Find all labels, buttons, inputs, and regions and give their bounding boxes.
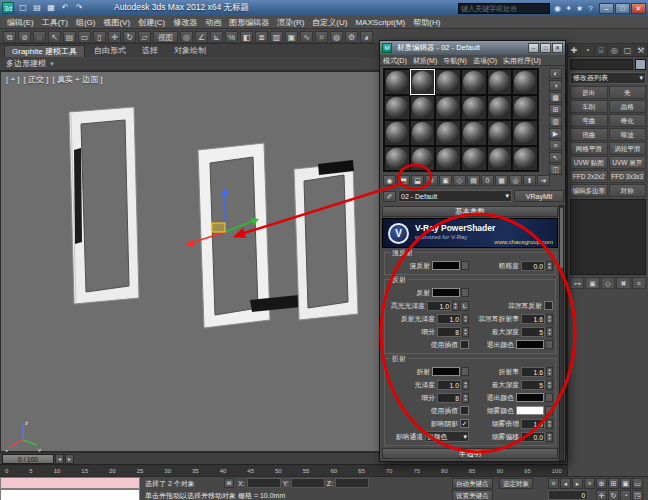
selected-key-scope-button[interactable]: 选定对象 — [499, 478, 533, 489]
modifier-list-dropdown[interactable]: 修改器列表 ▾ — [570, 72, 646, 84]
remove-modifier-icon[interactable]: ✖ — [616, 277, 630, 289]
material-name-dropdown[interactable]: 02 - Default ▾ — [398, 190, 512, 202]
viewport-menu-pov[interactable]: [ 正交 ] — [24, 75, 49, 84]
get-material-icon[interactable]: ◉ — [383, 175, 396, 186]
select-by-material-icon[interactable]: ↖ — [549, 152, 562, 163]
ribbon-tab-2[interactable]: 选择 — [135, 45, 165, 57]
material-sample-slot[interactable] — [384, 95, 410, 121]
time-slider-thumb[interactable]: 0 / 100 — [2, 454, 54, 464]
modifier-button[interactable]: 噪波 — [609, 128, 647, 141]
menu-item-11[interactable]: 帮助(H) — [409, 17, 444, 28]
material-editor-titlebar[interactable]: M 材质编辑器 - 02 - Default –□✕ — [380, 41, 565, 55]
material-sample-slot[interactable] — [512, 95, 538, 121]
material-sample-slot[interactable] — [487, 120, 513, 146]
percent-snap-icon[interactable]: % — [225, 31, 238, 43]
menu-item-3[interactable]: 视图(V) — [99, 17, 134, 28]
reference-coordinate-dropdown[interactable]: 视图 — [153, 31, 178, 43]
open-file-icon[interactable]: ▤ — [31, 2, 43, 14]
previous-frame-arrow-icon[interactable]: ◂ — [55, 454, 64, 464]
select-move-icon[interactable]: ✛ — [108, 31, 121, 43]
modifier-button[interactable]: 挤出 — [570, 86, 608, 99]
spinner[interactable]: ▲▼ — [546, 327, 553, 337]
sample-uv-tiling-icon[interactable]: ⊞ — [549, 104, 562, 115]
sample-type-icon[interactable]: ◐ — [549, 68, 562, 79]
pin-stack-icon[interactable]: ⊶ — [570, 277, 584, 289]
menu-item-6[interactable]: 动画 — [201, 17, 225, 28]
bind-to-spacewarp-icon[interactable]: ◌ — [33, 31, 46, 43]
material-sample-slot[interactable] — [461, 120, 487, 146]
go-to-end-icon[interactable]: » — [584, 478, 595, 489]
background-icon[interactable]: ▩ — [549, 92, 562, 103]
put-to-scene-icon[interactable]: ⬒ — [397, 175, 410, 186]
select-scale-icon[interactable]: ▱ — [138, 31, 151, 43]
window-crossing-icon[interactable]: ▯ — [93, 31, 106, 43]
modifier-button[interactable]: 锥化 — [609, 114, 647, 127]
motion-tab-icon[interactable]: ◎ — [608, 44, 621, 56]
make-preview-icon[interactable]: ▶ — [549, 128, 562, 139]
material-editor-menu-1[interactable]: 材质(M) — [410, 55, 441, 65]
value-field[interactable]: 1.6 — [521, 367, 545, 377]
undo-icon[interactable]: ↶ — [59, 2, 71, 14]
modifier-button[interactable]: 涡轮平滑 — [609, 142, 647, 155]
spinner[interactable]: ▲▼ — [452, 301, 459, 311]
lock-button[interactable]: L — [460, 301, 469, 311]
spinner[interactable]: ▲▼ — [462, 314, 469, 324]
menu-item-10[interactable]: MAXScript(M) — [351, 18, 409, 27]
save-file-icon[interactable]: ▦ — [45, 2, 57, 14]
material-sample-slot[interactable] — [410, 146, 436, 172]
material-sample-slot[interactable] — [384, 69, 410, 95]
door-frame-left[interactable] — [69, 107, 139, 304]
zoom-extents-icon[interactable]: ▣ — [620, 478, 631, 489]
value-field[interactable]: 1.0 — [521, 419, 545, 429]
menu-item-0[interactable]: 编辑(E) — [3, 17, 38, 28]
maxscript-mini-listener-macro-line[interactable] — [0, 477, 140, 489]
modifier-button[interactable]: 壳 — [609, 86, 647, 99]
select-link-icon[interactable]: ⧉ — [3, 31, 16, 43]
go-to-parent-icon[interactable]: ⬆ — [523, 175, 536, 186]
material-editor-menu-4[interactable]: 实用程序(U) — [500, 55, 544, 65]
checkbox[interactable]: ✓ — [460, 419, 469, 428]
assign-material-to-selection-icon[interactable]: ⬓ — [411, 175, 424, 186]
pan-icon[interactable]: ✛ — [596, 490, 607, 500]
menu-item-2[interactable]: 组(G) — [72, 17, 100, 28]
material-sample-slot[interactable] — [461, 146, 487, 172]
snap-toggle-icon[interactable]: ∠ — [195, 31, 208, 43]
material-sample-slot[interactable] — [435, 146, 461, 172]
material-sample-slot[interactable] — [512, 120, 538, 146]
make-unique-icon[interactable]: ◇ — [453, 175, 466, 186]
map-button[interactable] — [545, 406, 553, 415]
maxscript-mini-listener-script-line[interactable] — [0, 489, 140, 500]
modifier-button[interactable]: 车削 — [570, 100, 608, 113]
new-scene-icon[interactable]: ▢ — [17, 2, 29, 14]
modify-tab-icon[interactable]: ◔ — [581, 44, 594, 56]
dropdown-field[interactable]: 仅颜色▾ — [425, 431, 469, 442]
modifier-button[interactable]: 晶格 — [609, 100, 647, 113]
modifier-stack[interactable] — [570, 199, 646, 275]
viewport-menu-general[interactable]: [ + ] — [6, 75, 20, 84]
map-button[interactable] — [461, 288, 469, 297]
color-swatch[interactable] — [432, 261, 460, 270]
spinner[interactable]: ▲▼ — [546, 314, 553, 324]
spinner[interactable]: ▲▼ — [546, 432, 553, 442]
modifier-button[interactable]: 弯曲 — [570, 114, 608, 127]
favorites-icon[interactable]: ★ — [574, 3, 585, 14]
rollout-basic-parameters[interactable]: 基本参数 — [382, 206, 558, 217]
communication-center-icon[interactable]: ✦ — [563, 3, 574, 14]
material-editor-icon[interactable]: ◍ — [330, 31, 343, 43]
auto-key-button[interactable]: 自动关键点 — [452, 478, 493, 489]
value-field[interactable]: 0.0 — [521, 432, 545, 442]
value-field[interactable]: 0.0 — [521, 261, 545, 271]
align-icon[interactable]: ≣ — [255, 31, 268, 43]
checkbox[interactable] — [544, 301, 553, 310]
value-field[interactable]: 5 — [521, 327, 545, 337]
map-button[interactable] — [461, 367, 469, 376]
material-sample-slot[interactable] — [487, 146, 513, 172]
spinner[interactable]: ▲▼ — [546, 261, 553, 271]
material-editor-scrollbar[interactable] — [559, 205, 564, 461]
show-end-result-icon[interactable]: ◎ — [509, 175, 522, 186]
rectangular-region-icon[interactable]: ▭ — [78, 31, 91, 43]
modifier-button[interactable]: 网格平滑 — [570, 142, 608, 155]
pick-material-eyedropper-icon[interactable]: ✐ — [383, 191, 396, 202]
color-swatch[interactable] — [432, 367, 460, 376]
make-material-copy-icon[interactable]: ▣ — [439, 175, 452, 186]
